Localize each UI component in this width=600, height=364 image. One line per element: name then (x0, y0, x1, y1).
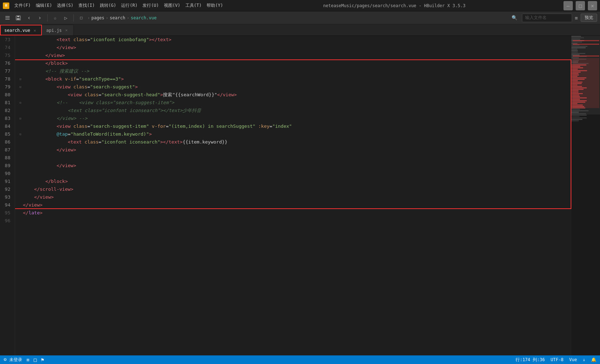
code-content: <view class="search-suggest"> (57, 83, 138, 91)
fold-spacer (18, 138, 23, 146)
line-number: 90 (3, 170, 10, 178)
line-number: 81 (3, 99, 10, 107)
main-area: 7374757677787980818283848586878889909192… (0, 36, 600, 355)
menu-file[interactable]: 文件(F) (12, 2, 33, 9)
title-bar: H 文件(F) 编辑(E) 选择(S) 查找(I) 跳转(G) 运行(R) 发行… (0, 0, 600, 11)
back-button[interactable]: ‹ (24, 13, 34, 23)
fold-icon[interactable]: ⊟ (18, 75, 23, 83)
minimap[interactable] (571, 36, 600, 355)
terminal-toggle[interactable]: □ (34, 357, 37, 363)
fold-spacer (18, 185, 23, 193)
svg-rect-5 (17, 18, 20, 20)
tab-close-search-vue[interactable]: ✕ (32, 28, 37, 33)
save-button[interactable] (14, 13, 23, 23)
code-content: </view> (57, 162, 76, 170)
download-icon[interactable]: ↓ (583, 357, 585, 362)
fold-spacer (18, 107, 23, 115)
window-title: neteaseMusic/pages/search/search.vue - H… (228, 3, 561, 8)
code-content: <!-- 搜索建议 --> (45, 67, 89, 75)
tab-search-vue[interactable]: search.vue ✕ (0, 25, 42, 35)
line-number: 89 (3, 162, 10, 170)
status-left: ⊙ 未登录 ≡ □ ⚑ (4, 356, 44, 363)
code-editor[interactable]: 7374757677787980818283848586878889909192… (0, 36, 600, 355)
code-line (18, 170, 571, 178)
encoding[interactable]: UTF-8 (551, 357, 563, 362)
breadcrumb-file[interactable]: search.vue (131, 15, 156, 20)
fold-spacer (18, 209, 23, 217)
lang[interactable]: Vue (569, 357, 577, 362)
toolbar: ‹ › ☆ ▷ □ › pages › search › search.vue … (0, 11, 600, 24)
outline-toggle[interactable]: ≡ (26, 357, 29, 363)
breadcrumb-search[interactable]: search (110, 15, 125, 20)
star-button[interactable]: ☆ (50, 13, 60, 23)
fold-spacer (18, 91, 23, 99)
breadcrumb: › pages › search › search.vue (87, 15, 508, 20)
line-number: 79 (3, 83, 10, 91)
code-content: </view> (57, 146, 76, 154)
line-number: 91 (3, 178, 10, 185)
code-line (18, 154, 571, 162)
menu-select[interactable]: 选择(S) (55, 2, 76, 9)
fold-icon[interactable]: ⊟ (18, 115, 23, 122)
fold-spacer (18, 201, 23, 209)
code-line: </view> (18, 44, 571, 52)
fold-spacer (18, 67, 23, 75)
code-indent (23, 122, 57, 130)
window-controls: — □ ✕ (563, 1, 597, 10)
line-number: 76 (3, 59, 10, 67)
code-indent (23, 185, 34, 193)
breadcrumb-sep3: › (127, 15, 129, 20)
forward-button[interactable]: › (35, 13, 44, 23)
problems-toggle[interactable]: ⚑ (41, 357, 44, 363)
toolbar-divider2 (73, 14, 74, 21)
menu-find[interactable]: 查找(I) (76, 2, 97, 9)
search-file-icon[interactable]: 🔍 (510, 13, 519, 23)
tab-bar: search.vue ✕ api.js ✕ (0, 24, 600, 36)
close-button[interactable]: ✕ (588, 1, 597, 10)
fold-icon[interactable]: ⊟ (18, 83, 23, 91)
tab-api-js[interactable]: api.js ✕ (42, 25, 73, 35)
fold-icon[interactable]: ⊟ (18, 130, 23, 138)
code-content: <view class="search-suggest-item" v-for=… (57, 122, 292, 130)
code-indent (23, 162, 57, 170)
login-status[interactable]: ⊙ 未登录 (4, 356, 22, 363)
fold-icon[interactable]: ⊟ (18, 99, 23, 107)
filter-icon[interactable]: ≡ (575, 15, 578, 21)
menu-edit[interactable]: 编辑(E) (34, 2, 54, 9)
menu-tools[interactable]: 工具(T) (183, 2, 204, 9)
code-content: </scroll-view> (34, 185, 73, 193)
explorer-button[interactable]: □ (77, 13, 86, 23)
menu-publish[interactable]: 发行(U) (140, 2, 161, 9)
toolbar-divider (47, 14, 48, 21)
code-content (23, 217, 26, 225)
sidebar-toggle-button[interactable] (3, 13, 12, 23)
line-number: 95 (3, 209, 10, 217)
minimize-button[interactable]: — (563, 1, 573, 10)
line-number: 77 (3, 67, 10, 75)
code-indent (23, 67, 45, 75)
bell-icon[interactable]: 🔔 (591, 357, 596, 362)
svg-rect-1 (5, 18, 10, 18)
app-icon: H (3, 3, 9, 9)
code-content (23, 154, 26, 162)
run-button[interactable]: ▷ (61, 13, 71, 23)
code-line: ⊟ <view class="search-suggest"> (18, 83, 571, 91)
code-line: </view> (18, 201, 571, 209)
breadcrumb-pages[interactable]: pages (91, 15, 104, 20)
menu-view[interactable]: 视图(V) (162, 2, 183, 9)
menu-bar: 文件(F) 编辑(E) 选择(S) 查找(I) 跳转(G) 运行(R) 发行(U… (12, 2, 225, 9)
menu-jump[interactable]: 跳转(G) (98, 2, 118, 9)
code-line: <text class="iconfont iconsearch"></text… (18, 107, 571, 115)
minimap-viewport (571, 36, 600, 115)
menu-help[interactable]: 帮助(Y) (204, 2, 225, 9)
maximize-button[interactable]: □ (576, 1, 585, 10)
file-search-input[interactable]: 输入文件名 (522, 14, 572, 22)
menu-run[interactable]: 运行(R) (119, 2, 140, 9)
code-indent (23, 36, 57, 44)
line-col[interactable]: 行:174 列:36 (516, 357, 545, 363)
tab-close-api-js[interactable]: ✕ (64, 28, 69, 33)
code-indent (23, 193, 34, 201)
preview-button[interactable]: 预览 (581, 14, 597, 22)
code-area[interactable]: <text class="iconfont iconbofang"></text… (15, 36, 571, 355)
code-content: </view> (45, 52, 65, 59)
